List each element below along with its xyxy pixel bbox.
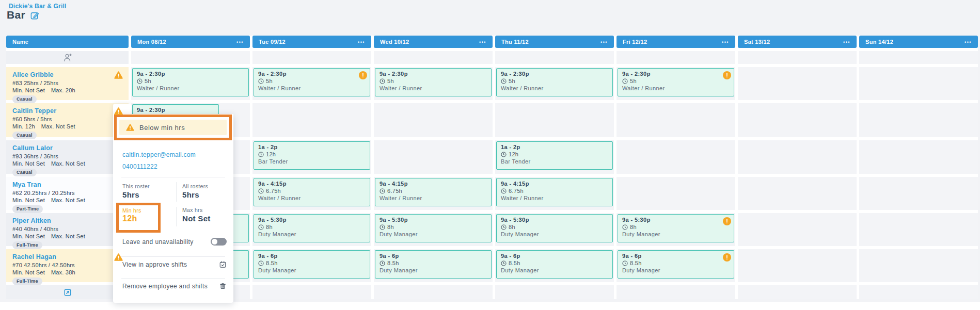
column-header-name[interactable]: Name bbox=[6, 36, 129, 48]
shift-cell[interactable] bbox=[252, 103, 371, 137]
shift-chip[interactable]: 9a - 5:30p8hDuty Manager! bbox=[618, 214, 734, 242]
shift-cell[interactable]: 1a - 2p12hBar Tender bbox=[252, 140, 371, 174]
column-menu-dots[interactable]: ••• bbox=[236, 39, 244, 45]
shift-cell[interactable] bbox=[859, 140, 978, 174]
column-header-day[interactable]: Fri 12/12••• bbox=[617, 36, 735, 48]
add-employee-button[interactable] bbox=[6, 51, 129, 64]
shift-cell[interactable]: 9a - 4:15p6.75hWaiter / Runner bbox=[252, 177, 371, 210]
column-header-day[interactable]: Sat 13/12••• bbox=[738, 36, 857, 48]
shift-cell[interactable]: 9a - 5:30p8hDuty Manager bbox=[374, 213, 493, 246]
shift-cell[interactable]: 9a - 5:30p8hDuty Manager bbox=[495, 213, 614, 246]
max-hrs-value: Not Set bbox=[182, 214, 211, 223]
shift-chip[interactable]: 1a - 2p12hBar Tender bbox=[254, 141, 370, 170]
column-header-day[interactable]: Mon 08/12••• bbox=[131, 36, 250, 48]
shift-duration: 8.5h bbox=[258, 260, 366, 266]
shift-cell[interactable]: 9a - 4:15p6.75hWaiter / Runner bbox=[374, 177, 493, 210]
shift-cell[interactable] bbox=[617, 103, 735, 137]
shift-cell[interactable] bbox=[738, 103, 857, 137]
shift-chip[interactable]: 9a - 4:15p6.75hWaiter / Runner bbox=[254, 178, 370, 206]
employee-name[interactable]: Rachel Hagan bbox=[12, 253, 122, 260]
shift-cell[interactable] bbox=[859, 213, 978, 246]
shift-cell[interactable]: 9a - 6p8.5hDuty Manager! bbox=[617, 249, 735, 282]
shift-cell[interactable] bbox=[374, 103, 493, 137]
highlight-box-min-hrs: Min hrs 12h bbox=[116, 203, 161, 233]
shift-cell[interactable] bbox=[374, 140, 493, 174]
leave-unavailability-label: Leave and unavailability bbox=[122, 238, 194, 246]
column-header-day[interactable]: Thu 11/12••• bbox=[495, 36, 614, 48]
shift-cell[interactable] bbox=[617, 140, 735, 174]
divider bbox=[121, 278, 225, 279]
shift-chip[interactable]: 9a - 6p8.5hDuty Manager bbox=[496, 250, 613, 279]
shift-cell[interactable] bbox=[859, 103, 978, 137]
shift-role: Duty Manager bbox=[622, 267, 730, 273]
employee-type-badge: Full-Time bbox=[12, 278, 42, 285]
shift-chip[interactable]: 9a - 6p8.5hDuty Manager! bbox=[618, 250, 734, 279]
shift-role: Duty Manager bbox=[258, 267, 366, 273]
shift-cell[interactable] bbox=[738, 140, 857, 174]
column-menu-dots[interactable]: ••• bbox=[358, 39, 365, 45]
employee-name[interactable]: Alice Gribble bbox=[12, 71, 122, 78]
shift-cell[interactable]: 9a - 6p8.5hDuty Manager bbox=[495, 249, 614, 282]
shift-chip[interactable]: 9a - 5:30p8hDuty Manager bbox=[254, 214, 370, 242]
shift-chip[interactable]: 1a - 2p12hBar Tender bbox=[496, 141, 613, 170]
employee-name[interactable]: Piper Aitken bbox=[12, 217, 122, 224]
shift-cell[interactable] bbox=[859, 249, 978, 282]
shift-cell[interactable]: 9a - 5:30p8hDuty Manager! bbox=[617, 213, 735, 246]
shift-duration: 6.75h bbox=[501, 188, 608, 194]
shift-cell[interactable] bbox=[859, 67, 978, 100]
all-rosters-label: All rosters bbox=[182, 183, 208, 189]
shift-cell[interactable] bbox=[617, 177, 735, 210]
shift-chip[interactable]: 9a - 2:30p5hWaiter / Runner! bbox=[254, 68, 370, 96]
clock-icon bbox=[622, 260, 628, 266]
shift-cell[interactable]: 9a - 5:30p8hDuty Manager bbox=[252, 213, 371, 246]
shift-chip[interactable]: 9a - 2:30p5hWaiter / Runner bbox=[496, 68, 613, 96]
employee-email-link[interactable]: caitlin.tepper@email.com bbox=[122, 151, 196, 158]
column-header-day[interactable]: Sun 14/12••• bbox=[859, 36, 978, 48]
remove-employee-item[interactable]: Remove employee and shifts bbox=[122, 282, 227, 290]
shift-cell[interactable] bbox=[738, 67, 857, 100]
shift-cell[interactable] bbox=[738, 249, 857, 282]
clock-icon bbox=[380, 260, 385, 266]
column-header-label: Fri 12/12 bbox=[623, 39, 647, 45]
shift-time: 9a - 2:30p bbox=[137, 107, 214, 113]
employee-name[interactable]: Callum Lalor bbox=[12, 144, 122, 152]
export-roster-button[interactable] bbox=[6, 285, 129, 299]
shift-cell[interactable]: 9a - 4:15p6.75hWaiter / Runner bbox=[495, 177, 614, 210]
shift-cell[interactable] bbox=[738, 177, 857, 210]
employee-name[interactable]: Caitlin Tepper bbox=[12, 107, 122, 115]
leave-unavailability-toggle[interactable] bbox=[211, 238, 227, 246]
shift-chip[interactable]: 9a - 4:15p6.75hWaiter / Runner bbox=[496, 178, 613, 206]
employee-limits: Min. Not SetMax. Not Set bbox=[12, 233, 122, 239]
shift-chip[interactable]: 9a - 2:30p5hWaiter / Runner bbox=[132, 68, 249, 96]
shift-cell[interactable] bbox=[738, 213, 857, 246]
shift-cell[interactable]: 9a - 2:30p5hWaiter / Runner! bbox=[252, 67, 371, 100]
shift-chip[interactable]: 9a - 4:15p6.75hWaiter / Runner bbox=[375, 178, 492, 206]
column-header-day[interactable]: Wed 10/12••• bbox=[374, 36, 493, 48]
shift-chip[interactable]: 9a - 5:30p8hDuty Manager bbox=[375, 214, 492, 242]
column-menu-dots[interactable]: ••• bbox=[600, 39, 608, 45]
employee-name[interactable]: Mya Tran bbox=[12, 181, 122, 188]
shift-cell[interactable]: 9a - 6p8.5hDuty Manager bbox=[374, 249, 493, 282]
column-menu-dots[interactable]: ••• bbox=[479, 39, 486, 45]
shift-cell[interactable]: 9a - 6p8.5hDuty Manager bbox=[252, 249, 371, 282]
shift-cell[interactable]: 1a - 2p12hBar Tender bbox=[495, 140, 614, 174]
shift-chip[interactable]: 9a - 2:30p5hWaiter / Runner bbox=[375, 68, 492, 96]
shift-cell[interactable]: 9a - 2:30p5hWaiter / Runner bbox=[131, 67, 250, 100]
shift-chip[interactable]: 9a - 2:30p5hWaiter / Runner! bbox=[618, 68, 734, 96]
edit-title-icon[interactable] bbox=[30, 10, 40, 20]
shift-cell[interactable] bbox=[859, 177, 978, 210]
shift-cell[interactable]: 9a - 2:30p5hWaiter / Runner bbox=[374, 67, 493, 100]
employee-phone-link[interactable]: 0400111222 bbox=[122, 163, 157, 170]
column-menu-dots[interactable]: ••• bbox=[722, 39, 729, 45]
shift-cell[interactable]: 9a - 2:30p5hWaiter / Runner bbox=[495, 67, 614, 100]
column-menu-dots[interactable]: ••• bbox=[965, 39, 972, 45]
view-approve-shifts-item[interactable]: View in approve shifts bbox=[122, 260, 227, 268]
shift-chip[interactable]: 9a - 5:30p8hDuty Manager bbox=[496, 214, 613, 242]
shift-cell[interactable]: 9a - 2:30p5hWaiter / Runner! bbox=[617, 67, 735, 100]
shift-cell[interactable] bbox=[495, 103, 614, 137]
shift-chip[interactable]: 9a - 6p8.5hDuty Manager bbox=[375, 250, 492, 279]
column-menu-dots[interactable]: ••• bbox=[843, 39, 850, 45]
column-header-day[interactable]: Tue 09/12••• bbox=[252, 36, 371, 48]
shift-chip[interactable]: 9a - 6p8.5hDuty Manager bbox=[254, 250, 370, 279]
clock-icon bbox=[258, 78, 264, 84]
